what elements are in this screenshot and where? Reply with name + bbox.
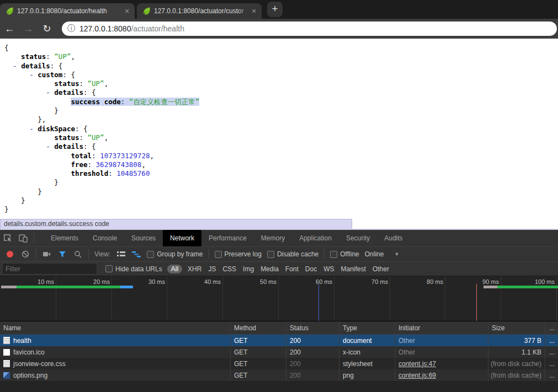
- devtools-tab-elements[interactable]: Elements: [44, 230, 86, 246]
- request-name: favicon.ico: [13, 348, 45, 356]
- new-tab-button[interactable]: +: [267, 2, 283, 17]
- devtools-tab-security[interactable]: Security: [339, 230, 377, 246]
- column-header-type[interactable]: Type: [339, 321, 395, 334]
- json-line: threshold: 10485760: [4, 169, 558, 178]
- devtools-tab-network[interactable]: Network: [163, 230, 201, 246]
- table-row[interactable]: jsonview-core.cssGET200stylesheetcontent…: [0, 358, 558, 369]
- view-list-icon[interactable]: [113, 251, 129, 257]
- column-header-status[interactable]: Status: [286, 321, 339, 334]
- capture-screenshots-icon[interactable]: [39, 251, 55, 257]
- initiator-link[interactable]: content.js:47: [398, 360, 436, 368]
- divider: [324, 249, 325, 259]
- reload-button[interactable]: ↻: [38, 23, 56, 35]
- checkbox-icon[interactable]: [330, 251, 337, 258]
- method-cell: GET: [230, 335, 286, 346]
- inspect-element-icon[interactable]: [0, 234, 15, 243]
- divider: [209, 249, 209, 259]
- json-line: total: 107373129728,: [4, 152, 558, 160]
- json-token: ,: [104, 133, 109, 142]
- json-line: status: “UP”,: [4, 79, 558, 88]
- disable-cache-checkbox[interactable]: Disable cache: [267, 250, 318, 258]
- filter-chip-xhr[interactable]: XHR: [188, 265, 201, 273]
- table-row[interactable]: options.pngGET200pngcontent.js:69(from d…: [0, 369, 558, 381]
- json-line: }: [4, 205, 558, 214]
- status-cell: 200: [286, 369, 339, 381]
- initiator-text: Other: [398, 337, 415, 345]
- filter-input[interactable]: [2, 263, 97, 275]
- json-token: total: [71, 152, 92, 160]
- back-button[interactable]: ←: [0, 23, 19, 35]
- column-header-name[interactable]: Name: [0, 321, 230, 334]
- record-button[interactable]: [7, 251, 13, 257]
- devtools-tab-console[interactable]: Console: [86, 230, 124, 246]
- json-line: - details: {: [4, 88, 558, 97]
- initiator-cell: content.js:47: [395, 358, 488, 369]
- device-toolbar-icon[interactable]: [15, 234, 31, 243]
- filter-chip-manifest[interactable]: Manifest: [341, 265, 366, 273]
- json-line: }: [4, 106, 558, 115]
- column-header-[interactable]: ...: [545, 321, 558, 334]
- filter-chip-css[interactable]: CSS: [222, 265, 236, 273]
- json-line: - custom: {: [4, 71, 558, 79]
- resource-type-filters: AllXHRJSCSSImgMediaFontDocWSManifestOthe…: [165, 265, 392, 273]
- browser-tab-custom[interactable]: 127.0.0.1:8080/actuator/custor ×: [137, 3, 262, 19]
- group-by-frame-checkbox[interactable]: Group by frame: [147, 250, 203, 258]
- network-overview-timeline[interactable]: 10 ms20 ms30 ms40 ms50 ms60 ms70 ms80 ms…: [0, 276, 558, 321]
- timeline-gridline: [556, 276, 557, 321]
- waterfall-icon[interactable]: [129, 251, 144, 257]
- filter-chip-js[interactable]: JS: [208, 265, 216, 273]
- type-cell: png: [339, 369, 395, 381]
- filter-chip-media[interactable]: Media: [261, 265, 279, 273]
- table-row[interactable]: healthGET200documentOther377 B...: [0, 335, 558, 346]
- throttling-select[interactable]: Online: [365, 250, 384, 258]
- search-icon[interactable]: [70, 250, 86, 258]
- json-path-bar: details.custom.details.success code: [0, 219, 352, 229]
- waterfall-segment-green: [497, 286, 558, 288]
- tab-close-icon[interactable]: ×: [123, 7, 131, 15]
- json-token: [4, 71, 29, 79]
- json-token: success code: [71, 98, 120, 106]
- checkbox-icon[interactable]: [215, 251, 222, 258]
- filter-chip-doc[interactable]: Doc: [305, 265, 317, 273]
- waterfall-segment-blue: [120, 286, 133, 288]
- devtools-tab-performance[interactable]: Performance: [201, 230, 254, 246]
- filter-chip-font[interactable]: Font: [285, 265, 299, 273]
- forward-button[interactable]: →: [19, 23, 38, 35]
- checkbox-icon[interactable]: [105, 265, 113, 272]
- devtools-tab-sources[interactable]: Sources: [124, 230, 163, 246]
- json-token: [4, 142, 46, 151]
- json-line: status: “UP”,: [4, 133, 558, 142]
- filter-chip-all[interactable]: All: [167, 265, 182, 273]
- address-bar[interactable]: ⓘ 127.0.0.1:8080/actuator/health: [62, 22, 557, 36]
- column-header-size[interactable]: Size: [488, 321, 545, 334]
- column-header-initiator[interactable]: Initiator: [395, 321, 488, 334]
- filter-chip-img[interactable]: Img: [243, 265, 254, 273]
- devtools-tab-memory[interactable]: Memory: [254, 230, 292, 246]
- name-cell: health: [0, 335, 230, 346]
- status-cell: 200: [286, 335, 339, 346]
- devtools-tab-application[interactable]: Application: [292, 230, 339, 246]
- status-cell: 200: [286, 346, 339, 358]
- devtools-panel: ElementsConsoleSourcesNetworkPerformance…: [0, 229, 558, 392]
- name-cell: favicon.ico: [0, 346, 230, 358]
- filter-icon[interactable]: [55, 251, 70, 258]
- browser-tab-strip: 127.0.0.1:8080/actuator/health × 127.0.0…: [0, 0, 558, 19]
- tab-close-icon[interactable]: ×: [249, 7, 258, 15]
- initiator-link[interactable]: content.js:69: [398, 372, 436, 379]
- hide-data-urls-checkbox[interactable]: Hide data URLs: [105, 265, 162, 273]
- offline-checkbox[interactable]: Offline: [330, 250, 359, 258]
- filter-chip-other[interactable]: Other: [373, 265, 389, 273]
- browser-tab-health[interactable]: 127.0.0.1:8080/actuator/health ×: [0, 3, 135, 19]
- site-info-icon[interactable]: ⓘ: [67, 24, 75, 34]
- filter-chip-ws[interactable]: WS: [323, 265, 334, 273]
- chevron-down-icon[interactable]: ▼: [394, 251, 399, 257]
- checkbox-icon[interactable]: [267, 251, 274, 258]
- checkbox-icon[interactable]: [147, 251, 154, 258]
- preserve-log-checkbox[interactable]: Preserve log: [215, 250, 262, 258]
- clear-icon[interactable]: [18, 250, 33, 258]
- column-header-method[interactable]: Method: [230, 321, 286, 334]
- devtools-tab-audits[interactable]: Audits: [377, 230, 410, 246]
- table-row[interactable]: favicon.icoGET200x-iconOther1.1 KB...: [0, 346, 558, 358]
- json-token: [4, 152, 71, 160]
- timeline-tick-label: 60 ms: [294, 278, 332, 285]
